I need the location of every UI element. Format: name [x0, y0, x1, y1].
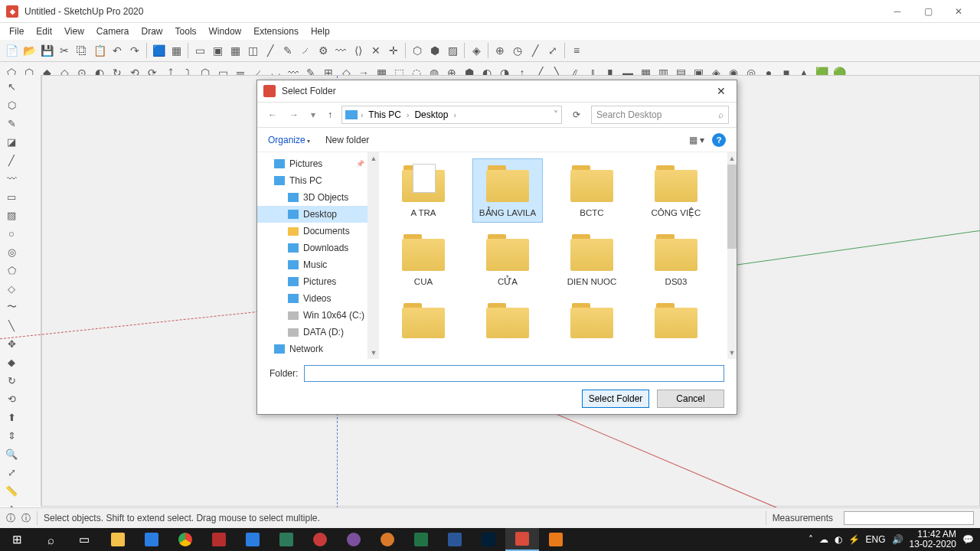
tray-lang-icon[interactable]: ENG: [866, 534, 886, 545]
select-folder-button[interactable]: Select Folder: [582, 390, 649, 408]
tool-select-icon[interactable]: ▭: [191, 42, 208, 59]
nav-up-icon[interactable]: ↑: [325, 108, 335, 122]
pal-icon[interactable]: ▨: [3, 207, 20, 223]
pal-icon[interactable]: ⟲: [3, 390, 20, 407]
menu-help[interactable]: Help: [305, 24, 336, 38]
tool-copy-icon[interactable]: ⿻: [74, 42, 90, 59]
tool-stack-icon[interactable]: ≡: [568, 42, 585, 59]
help-button[interactable]: ?: [712, 133, 726, 147]
tree-item[interactable]: Network: [257, 341, 368, 357]
start-button[interactable]: ⊞: [0, 528, 34, 551]
view-mode-button[interactable]: ▦ ▾: [689, 135, 704, 145]
tree-item[interactable]: Downloads: [257, 240, 368, 256]
word-icon[interactable]: [438, 528, 472, 551]
taskview-button[interactable]: ▭: [67, 528, 101, 551]
nav-tree[interactable]: PicturesThis PC3D ObjectsDesktopDocument…: [257, 152, 368, 359]
scroll-down-icon[interactable]: ▼: [727, 347, 737, 359]
tool-save-icon[interactable]: 💾: [38, 42, 55, 59]
tool-pencil-icon[interactable]: ✎: [279, 42, 296, 59]
tool-redo-icon[interactable]: ↷: [126, 42, 143, 59]
dialog-titlebar[interactable]: Select Folder ✕: [257, 80, 737, 102]
tool-plus-icon[interactable]: ✛: [385, 42, 402, 59]
tool-view1-icon[interactable]: ◈: [468, 42, 485, 59]
excel-icon[interactable]: [404, 528, 438, 551]
folder-input[interactable]: [304, 365, 724, 382]
folder-item[interactable]: BCTC: [557, 158, 627, 223]
viber-icon[interactable]: [337, 528, 371, 551]
tree-item[interactable]: DATA (D:): [257, 324, 368, 341]
tool-component-icon[interactable]: ▦: [227, 42, 243, 59]
nav-back-icon[interactable]: ←: [265, 108, 280, 122]
pal-circle-icon[interactable]: ○: [3, 225, 20, 242]
dialog-close-button[interactable]: ✕: [706, 80, 737, 102]
scroll-up-icon[interactable]: ▲: [368, 152, 379, 165]
autocad-icon[interactable]: [202, 528, 236, 551]
tree-item[interactable]: Desktop: [257, 206, 368, 223]
menu-draw[interactable]: Draw: [136, 24, 169, 38]
tool-undo-icon[interactable]: ↶: [109, 42, 126, 59]
pal-arc-icon[interactable]: 〰: [3, 170, 20, 187]
tool-ruler-icon[interactable]: ╱: [527, 42, 544, 59]
zalo-icon[interactable]: [135, 528, 168, 551]
menu-tools[interactable]: Tools: [169, 24, 203, 38]
folder-item[interactable]: [641, 296, 711, 339]
measurements-input[interactable]: [844, 511, 974, 525]
tray-icon[interactable]: ◐: [835, 534, 842, 545]
pal-icon[interactable]: ◆: [3, 354, 20, 370]
search-input[interactable]: Search Desktop ⌕: [591, 106, 729, 124]
app-icon[interactable]: [270, 528, 303, 551]
pal-eraser-icon[interactable]: ◪: [3, 133, 20, 150]
tool-cube-icon[interactable]: ⬡: [409, 42, 426, 59]
pal-icon[interactable]: ◇: [3, 280, 20, 297]
tray-chevron-icon[interactable]: ˄: [808, 534, 813, 545]
folder-scrollbar[interactable]: ▲ ▼: [727, 152, 737, 359]
tool-material-icon[interactable]: 🟦: [150, 42, 167, 59]
tool-pin-icon[interactable]: ⤢: [544, 42, 561, 59]
ccleaner-icon[interactable]: [303, 528, 337, 551]
folder-item[interactable]: DIEN NUOC: [557, 227, 627, 292]
tree-item[interactable]: Documents: [257, 223, 368, 240]
pal-icon[interactable]: 〜: [3, 298, 20, 315]
pal-pushpull-icon[interactable]: ⬆: [3, 409, 20, 425]
pal-select-icon[interactable]: ↖: [3, 78, 20, 95]
tree-item[interactable]: Pictures: [257, 155, 368, 172]
tool-cut-icon[interactable]: ✂: [56, 42, 73, 59]
tool-group-icon[interactable]: ▣: [209, 42, 226, 59]
breadcrumb-item[interactable]: Desktop: [412, 109, 450, 120]
pal-tape-icon[interactable]: 📏: [3, 482, 20, 499]
vlc-icon[interactable]: [539, 528, 573, 551]
organize-button[interactable]: Organize: [268, 135, 310, 145]
menu-view[interactable]: View: [58, 24, 90, 38]
pal-icon[interactable]: ✎: [3, 115, 20, 132]
pal-icon[interactable]: 🔍: [3, 445, 20, 462]
tree-item[interactable]: Videos: [257, 290, 368, 307]
folder-item[interactable]: [472, 296, 543, 339]
pal-icon[interactable]: ◎: [3, 243, 20, 260]
tool-globe-icon[interactable]: ⊕: [492, 42, 508, 59]
tree-item[interactable]: Pictures: [257, 273, 368, 290]
tray-volume-icon[interactable]: 🔊: [892, 534, 903, 545]
tray-wifi-icon[interactable]: ⚡: [848, 534, 860, 545]
scroll-down-icon[interactable]: ▼: [368, 347, 379, 359]
tray-notifications-icon[interactable]: 💬: [962, 534, 974, 545]
pal-icon[interactable]: ⇕: [3, 427, 20, 444]
tool-cross-icon[interactable]: ✕: [368, 42, 384, 59]
pal-rect-icon[interactable]: ▭: [3, 188, 20, 205]
tree-item[interactable]: This PC: [257, 172, 368, 189]
tool-open-icon[interactable]: 📂: [21, 42, 38, 59]
nav-forward-icon[interactable]: →: [286, 108, 302, 122]
folder-item[interactable]: CÔNG VIỆC: [641, 158, 711, 223]
bc-dropdown-icon[interactable]: ˅: [554, 109, 558, 120]
folder-view[interactable]: A TRABẢNG LAVILABCTCCÔNG VIỆCCUACỬADIEN …: [379, 152, 737, 359]
pal-rotate-icon[interactable]: ↻: [3, 372, 20, 389]
tool-path-icon[interactable]: ⟋: [297, 42, 314, 59]
tool-shade-icon[interactable]: ▨: [444, 42, 461, 59]
menu-window[interactable]: Window: [203, 24, 248, 38]
scroll-thumb[interactable]: [727, 165, 737, 249]
refresh-icon[interactable]: ⟳: [568, 109, 585, 120]
scroll-up-icon[interactable]: ▲: [727, 152, 737, 165]
folder-item[interactable]: [557, 296, 627, 339]
new-folder-button[interactable]: New folder: [325, 135, 369, 145]
tool-paste-icon[interactable]: 📋: [91, 42, 108, 59]
pal-icon[interactable]: ╲: [3, 317, 20, 334]
